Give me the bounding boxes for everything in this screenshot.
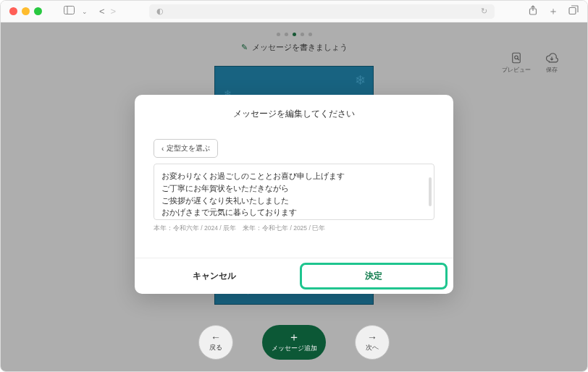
new-tab-icon[interactable]: ＋ xyxy=(548,5,558,18)
message-line: 今年も変わらぬお付き合いをよろしくお願いいたします xyxy=(161,219,427,220)
window-controls xyxy=(9,7,42,15)
message-line: おかげさまで元気に暮らしております xyxy=(161,206,427,219)
shield-icon: ◐ xyxy=(156,7,164,16)
minimize-window-button[interactable] xyxy=(22,7,30,15)
svg-rect-3 xyxy=(569,7,576,14)
nav-forward-button[interactable]: > xyxy=(111,6,117,17)
nav-back-button[interactable]: < xyxy=(99,6,105,17)
close-window-button[interactable] xyxy=(9,7,17,15)
message-line: ご挨拶が遅くなり失礼いたしました xyxy=(161,195,427,207)
maximize-window-button[interactable] xyxy=(34,7,42,15)
sidebar-icon[interactable] xyxy=(64,6,75,17)
toolbar-chevron-down-icon[interactable]: ⌄ xyxy=(82,8,88,15)
message-line: お変わりなくお過ごしのこととお喜び申し上げます xyxy=(161,170,427,182)
url-bar[interactable]: ◐ ↻ xyxy=(149,4,495,19)
titlebar: ⌄ < > ◐ ↻ ＋ xyxy=(1,1,587,22)
edit-message-modal: メッセージを編集してください ‹ 定型文を選ぶ お変わりなくお過ごしのこととお喜… xyxy=(135,95,453,294)
tabs-overview-icon[interactable] xyxy=(568,5,579,18)
message-line: ご丁寧にお年賀状をいただきながら xyxy=(161,182,427,195)
confirm-label: 決定 xyxy=(365,271,382,281)
share-icon[interactable] xyxy=(528,5,538,18)
modal-actions: キャンセル 決定 xyxy=(135,258,453,294)
browser-window: ⌄ < > ◐ ↻ ＋ ✎ xyxy=(0,0,588,372)
chevron-left-icon: ‹ xyxy=(161,145,164,153)
choose-template-label: 定型文を選ぶ xyxy=(167,143,210,153)
reload-icon[interactable]: ↻ xyxy=(481,7,487,16)
year-hint: 本年：令和六年 / 2024 / 辰年 来年：令和七年 / 2025 / 巳年 xyxy=(154,224,434,233)
cancel-button[interactable]: キャンセル xyxy=(135,258,294,294)
modal-title: メッセージを編集してください xyxy=(135,108,453,120)
confirm-button[interactable]: 決定 xyxy=(294,258,453,294)
svg-rect-0 xyxy=(64,7,75,14)
message-textarea[interactable]: お変わりなくお過ごしのこととお喜び申し上げます ご丁寧にお年賀状をいただきながら… xyxy=(154,164,434,220)
choose-template-button[interactable]: ‹ 定型文を選ぶ xyxy=(154,139,218,158)
